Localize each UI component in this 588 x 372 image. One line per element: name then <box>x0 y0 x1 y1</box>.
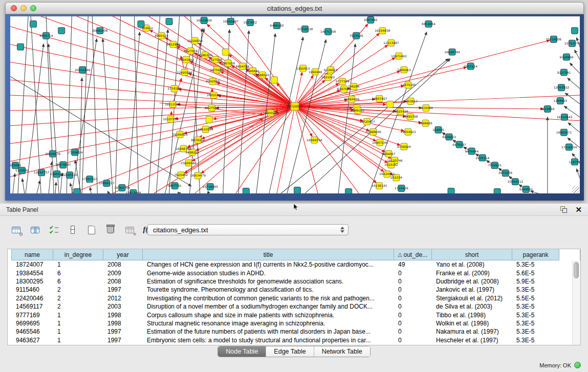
cell-name: 22420046 <box>12 295 53 302</box>
table-row[interactable]: 946362711997Embryonic stem cells: a mode… <box>8 336 580 344</box>
node-label: 15751074 <box>564 41 580 45</box>
select-rows-icon[interactable]: ✔✔ <box>46 222 61 237</box>
close-window-button[interactable] <box>11 5 17 11</box>
memory-status-label: Memory: OK <box>539 362 571 368</box>
column-header-short[interactable]: short <box>432 249 512 260</box>
row-height-icon[interactable] <box>65 222 80 237</box>
network-node[interactable] <box>74 189 80 193</box>
node-label: 16782759 <box>114 186 130 189</box>
cell-in-degree: 6 <box>53 270 103 277</box>
table-panel: Table Panel ✕ ⚙✔✔✕f(x) citations_edges.t… <box>0 204 588 372</box>
column-settings-icon[interactable] <box>27 222 42 237</box>
table-selector-combobox[interactable]: citations_edges.txt <box>147 224 349 235</box>
node-label: 18992971 <box>556 130 572 134</box>
column-header-year[interactable]: year <box>103 249 143 260</box>
table-row[interactable]: 946554611997Estimation of the future num… <box>8 327 580 336</box>
cell-title: Embryonic stem cells: a model to study s… <box>143 337 394 344</box>
cell-title: Structural magnetic resonance image aver… <box>143 320 394 327</box>
node-label: 19166825 <box>172 133 188 136</box>
cell-title: Investigating the contribution of common… <box>143 295 394 302</box>
network-node[interactable] <box>345 189 352 193</box>
scrollbar-thumb[interactable] <box>574 262 579 278</box>
tab-node-table[interactable]: Node Table <box>218 346 266 357</box>
citation-network-graph[interactable]: 1872400774638228960124591295415226058962… <box>10 16 580 193</box>
highlighted-node[interactable] <box>387 101 394 108</box>
cell-name: 9465546 <box>12 328 53 335</box>
minimize-window-button[interactable] <box>20 5 27 11</box>
new-table-icon[interactable] <box>84 222 99 237</box>
node-label: 8878334 <box>191 138 205 142</box>
status-bar: Memory: OK <box>539 362 581 368</box>
cell-year: 2012 <box>103 295 143 302</box>
node-label: 16154838 <box>375 29 390 32</box>
table-row[interactable]: 911546021997Tourette syndrome. Phenomeno… <box>8 286 580 294</box>
table-scrollbar[interactable] <box>572 260 580 345</box>
node-label: 10688609 <box>365 130 381 134</box>
network-node[interactable] <box>17 43 24 50</box>
import-table-disabled-icon[interactable]: ✕ <box>122 222 137 237</box>
table-row[interactable]: 1830029562008Estimation of significance … <box>8 277 580 286</box>
table-row[interactable]: 1872400712008Changes of HCN gene express… <box>8 260 580 269</box>
table-settings-icon[interactable]: ⚙ <box>8 222 24 237</box>
cell-in-degree: 2 <box>53 286 103 293</box>
close-icon[interactable]: ✕ <box>575 206 582 213</box>
node-label: 9127508 <box>208 58 222 61</box>
cell-in-degree: 1 <box>53 261 103 268</box>
node-label: 16914479 <box>190 173 206 177</box>
network-node[interactable] <box>30 20 37 27</box>
cell-title: Corpus callosum shape and size in male p… <box>143 312 394 319</box>
network-node[interactable] <box>448 188 454 193</box>
column-header-title[interactable]: title <box>143 249 394 260</box>
network-canvas[interactable]: 1872400774638228960124591295415226058962… <box>10 16 580 193</box>
delete-table-icon[interactable] <box>103 222 118 237</box>
table-row[interactable]: 1456911722003Disruption of a novel membe… <box>8 302 580 311</box>
network-node[interactable] <box>571 27 578 34</box>
cell-in-degree: 6 <box>53 278 103 285</box>
tab-edge-table[interactable]: Edge Table <box>266 346 314 357</box>
network-node[interactable] <box>58 27 65 34</box>
network-node[interactable] <box>166 18 172 25</box>
cell-name: 18300295 <box>12 278 53 285</box>
table-row[interactable]: 2242004622012Investigating the contribut… <box>8 294 580 302</box>
node-label: 8813054 <box>422 22 435 26</box>
node-label: 1115682 <box>15 168 29 172</box>
zoom-window-button[interactable] <box>30 5 36 11</box>
resize-grip[interactable] <box>572 186 579 193</box>
node-label: 16524851 <box>379 172 395 176</box>
network-node[interactable] <box>243 188 249 193</box>
cell-title: Genome-wide association studies in ADHD. <box>143 270 394 277</box>
node-label: 252254 <box>390 176 402 179</box>
network-node[interactable] <box>294 187 300 193</box>
cell-short: Hescheler et al. (1997) <box>432 337 512 344</box>
column-header-pagerank[interactable]: pagerank <box>512 249 559 260</box>
cell-year: 2003 <box>103 303 143 310</box>
node-label: 20364456 <box>344 97 360 101</box>
window-titlebar[interactable]: citations_edges.txt <box>5 2 584 14</box>
cell-short: de Silva et al. (2003) <box>432 303 512 310</box>
node-label: 164095 <box>432 128 444 132</box>
table-row[interactable]: 1938455462009Genome-wide association stu… <box>8 269 580 277</box>
table-row[interactable]: 969969511998Structural magnetic resonanc… <box>8 319 580 327</box>
cell-name: 18724007 <box>12 261 53 268</box>
cell-pagerank: 5.3E-5 <box>512 320 559 327</box>
node-label: 9227341 <box>557 71 571 74</box>
node-label: 15218506 <box>546 37 562 41</box>
network-node[interactable] <box>494 189 500 193</box>
table-row[interactable]: 977716911998Corpus callosum shape and si… <box>8 311 580 319</box>
highlighted-node[interactable] <box>222 49 229 55</box>
node-label: 19384554 <box>307 138 322 142</box>
node-label: 22420046 <box>177 71 192 74</box>
highlighted-node[interactable] <box>206 116 212 123</box>
node-label: 9627508 <box>184 49 198 53</box>
column-header-in-degree[interactable]: in_degree <box>53 249 103 260</box>
table-panel-header: Table Panel ✕ <box>0 204 588 216</box>
column-header-out-de-[interactable]: △out_de... <box>394 249 432 260</box>
highlighted-node[interactable] <box>271 77 277 83</box>
node-label: 18724007 <box>287 104 303 108</box>
node-label: 8471676 <box>498 171 512 174</box>
float-window-icon[interactable] <box>560 206 567 213</box>
tab-network-table[interactable]: Network Table <box>314 346 370 357</box>
cell-in-degree: 1 <box>53 337 103 344</box>
cell-year: 2008 <box>103 278 143 285</box>
column-header-name[interactable]: name <box>12 249 53 260</box>
